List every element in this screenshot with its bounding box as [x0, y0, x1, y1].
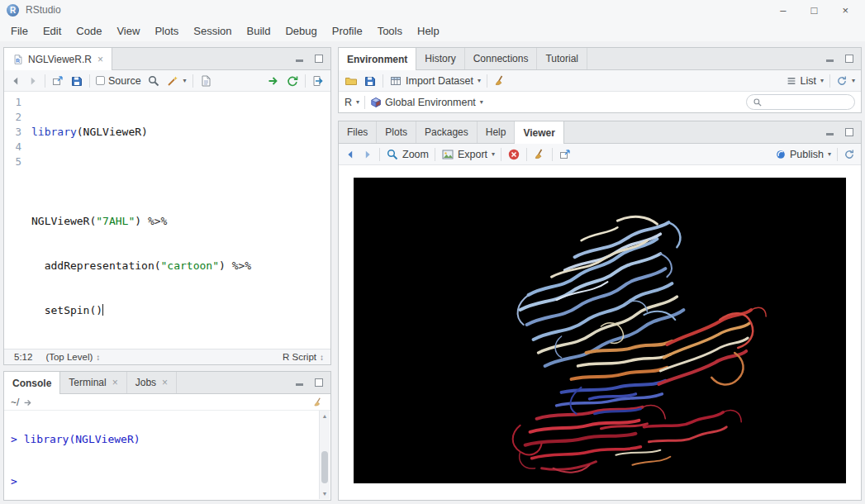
- clear-console-broom-icon[interactable]: [312, 397, 324, 408]
- menu-tools[interactable]: Tools: [370, 21, 410, 40]
- tab-files[interactable]: Files: [339, 121, 377, 143]
- environment-selector[interactable]: Global Environment: [370, 97, 483, 108]
- file-type-selector[interactable]: R Script: [283, 352, 324, 362]
- scope-selector[interactable]: (Top Level): [45, 352, 100, 362]
- environment-toolbar: Import Dataset List: [339, 70, 861, 92]
- line-number-gutter: 1 2 3 4 5: [4, 92, 27, 349]
- menu-plots[interactable]: Plots: [147, 21, 186, 40]
- tab-jobs[interactable]: Jobs ×: [127, 372, 177, 393]
- source-on-save-checkbox[interactable]: Source: [96, 75, 141, 87]
- code-line: [31, 169, 251, 184]
- save-icon: [70, 74, 83, 88]
- report-document-icon: [199, 74, 212, 88]
- menu-debug[interactable]: Debug: [278, 21, 324, 40]
- dataset-table-icon: [389, 74, 402, 88]
- console-output[interactable]: > library(NGLVieweR) > > NGLVieweR("7AHL…: [4, 411, 319, 500]
- forward-button[interactable]: [27, 75, 39, 87]
- forward-button[interactable]: [362, 149, 373, 160]
- language-selector[interactable]: R: [345, 97, 359, 108]
- scroll-down-icon[interactable]: [320, 491, 330, 497]
- code-line: library(NGLVieweR): [31, 125, 251, 140]
- close-tab-icon[interactable]: ×: [112, 377, 118, 388]
- up-down-icon: [320, 353, 324, 362]
- tab-label: NGLVieweR.R: [28, 54, 92, 65]
- refresh-environment-button[interactable]: [836, 75, 855, 87]
- search-icon: [753, 97, 763, 107]
- minimize-pane-button[interactable]: [824, 53, 835, 64]
- maximize-window-button[interactable]: □: [811, 4, 818, 17]
- window-controls: – □ ×: [780, 4, 858, 17]
- tab-viewer[interactable]: Viewer: [515, 121, 563, 144]
- clear-workspace-button[interactable]: [493, 74, 506, 88]
- minimize-pane-button[interactable]: [824, 126, 835, 137]
- tab-terminal[interactable]: Terminal ×: [60, 372, 126, 393]
- tab-environment[interactable]: Environment: [339, 48, 416, 70]
- maximize-pane-button[interactable]: [313, 377, 325, 388]
- load-workspace-button[interactable]: [345, 74, 358, 88]
- tab-plots[interactable]: Plots: [377, 121, 416, 143]
- maximize-pane-button[interactable]: [844, 53, 855, 64]
- clear-viewer-button[interactable]: [507, 148, 520, 161]
- tab-history[interactable]: History: [416, 48, 464, 69]
- back-button[interactable]: [10, 75, 21, 87]
- import-dataset-button[interactable]: Import Dataset: [389, 74, 481, 88]
- publish-button[interactable]: Publish: [775, 149, 831, 160]
- code-tools-button[interactable]: [166, 74, 187, 88]
- open-in-new-window-button[interactable]: [51, 74, 64, 88]
- compile-report-button[interactable]: [199, 74, 212, 88]
- cursor-position: 5:12: [14, 352, 32, 362]
- tab-console[interactable]: Console: [4, 372, 60, 394]
- run-button[interactable]: [267, 74, 280, 88]
- tab-connections[interactable]: Connections: [465, 48, 538, 69]
- clear-all-viewer-button[interactable]: [533, 148, 546, 161]
- minimize-window-button[interactable]: –: [780, 4, 786, 17]
- line-number: 5: [4, 155, 21, 169]
- source-script-button[interactable]: [311, 74, 325, 88]
- save-workspace-button[interactable]: [364, 74, 377, 88]
- menu-file[interactable]: File: [3, 21, 36, 40]
- scroll-up-icon[interactable]: [320, 413, 330, 419]
- export-button[interactable]: Export: [441, 148, 495, 161]
- tab-packages[interactable]: Packages: [416, 121, 478, 143]
- environment-search-box[interactable]: [746, 94, 855, 110]
- save-button[interactable]: [70, 74, 83, 88]
- open-in-new-window-button[interactable]: [558, 148, 572, 161]
- minimize-pane-button[interactable]: [293, 377, 305, 388]
- refresh-viewer-button[interactable]: [844, 149, 855, 160]
- go-to-directory-icon[interactable]: [22, 397, 34, 408]
- protein-ribbon-graphic: [354, 178, 846, 483]
- tab-nglviewer-r[interactable]: NGLVieweR.R ×: [4, 48, 112, 70]
- chevron-down-icon: [478, 77, 481, 84]
- forward-arrow-icon: [27, 75, 39, 87]
- find-replace-button[interactable]: [147, 74, 160, 88]
- close-tab-icon[interactable]: ×: [97, 54, 103, 65]
- close-window-button[interactable]: ×: [842, 4, 848, 17]
- menu-edit[interactable]: Edit: [36, 21, 69, 40]
- zoom-button[interactable]: Zoom: [386, 148, 429, 161]
- menu-session[interactable]: Session: [186, 21, 239, 40]
- menu-profile[interactable]: Profile: [325, 21, 370, 40]
- code-editor[interactable]: 1 2 3 4 5 library(NGLVieweR) NGLVieweR("…: [4, 92, 330, 349]
- menu-help[interactable]: Help: [410, 21, 447, 40]
- close-tab-icon[interactable]: ×: [162, 377, 168, 388]
- chevron-down-icon: [820, 77, 824, 84]
- scrollbar-thumb[interactable]: [321, 451, 328, 483]
- ngl-viewer-canvas[interactable]: [354, 178, 846, 483]
- console-scrollbar[interactable]: [319, 411, 330, 499]
- menu-view[interactable]: View: [109, 21, 147, 40]
- source-toolbar: Source: [4, 70, 330, 92]
- publish-icon: [775, 149, 787, 160]
- minimize-pane-button[interactable]: [293, 53, 305, 64]
- maximize-pane-button[interactable]: [844, 126, 855, 137]
- source-editor-pane: NGLVieweR.R × Source: [3, 47, 331, 365]
- list-view-selector[interactable]: List: [786, 75, 824, 87]
- rerun-button[interactable]: [286, 74, 299, 88]
- menu-bar: File Edit Code View Plots Session Build …: [0, 20, 865, 41]
- back-button[interactable]: [345, 149, 356, 160]
- menu-build[interactable]: Build: [240, 21, 278, 40]
- menu-code[interactable]: Code: [69, 21, 109, 40]
- environment-search-input[interactable]: [766, 97, 848, 108]
- maximize-pane-button[interactable]: [313, 53, 325, 64]
- tab-help[interactable]: Help: [478, 121, 516, 143]
- tab-tutorial[interactable]: Tutorial: [537, 48, 587, 69]
